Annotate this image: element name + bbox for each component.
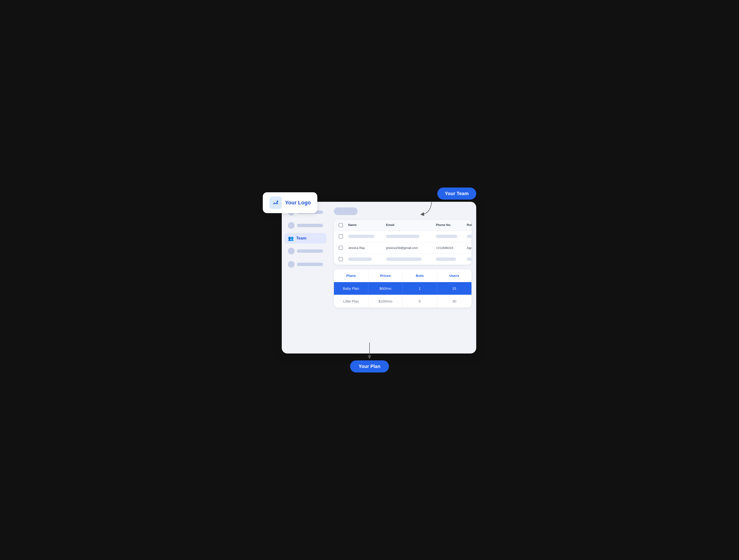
plans-row-baby[interactable]: Baby Plan $60/mo 1 15 <box>334 282 471 295</box>
sidebar-item-team[interactable]: 👥 Team <box>285 233 326 243</box>
row-placeholder-name-1 <box>348 235 374 238</box>
row-placeholder-email-3 <box>386 257 422 261</box>
row-placeholder-role-3 <box>467 257 471 261</box>
plans-cell-baby-price: $60/mo <box>368 282 403 295</box>
row-checkbox-3[interactable] <box>339 257 343 261</box>
plans-cell-little-users: 30 <box>437 295 471 308</box>
plans-header-prices: Prices <box>368 269 403 282</box>
row-placeholder-email-1 <box>386 235 419 238</box>
cell-phone-jessica: +211846315 <box>436 246 467 250</box>
sidebar-bar-3 <box>297 249 323 253</box>
plans-cell-baby-users: 15 <box>437 282 471 295</box>
your-plan-bubble[interactable]: Your Plan <box>350 360 389 372</box>
plans-table-header: Plans Prices Bots Users <box>334 269 471 282</box>
plans-cell-baby-plan: Baby Plan <box>334 282 368 295</box>
your-team-bubble[interactable]: Your Team <box>437 188 476 200</box>
team-icon: 👥 <box>288 235 294 241</box>
header-checkbox[interactable] <box>339 223 343 227</box>
header-phone: Phone No. <box>436 223 467 227</box>
row-checkbox-cell-3 <box>339 257 348 261</box>
svg-point-1 <box>277 201 278 202</box>
row-placeholder-phone-1 <box>436 235 457 238</box>
topbar-pill <box>334 207 358 215</box>
row-placeholder-phone-3 <box>436 257 456 261</box>
plans-row-little[interactable]: Little Plan $100/mo 5 30 <box>334 295 471 308</box>
sidebar-bar-4 <box>297 263 323 266</box>
active-row-indicator <box>470 285 471 292</box>
app-window: 👥 Team <box>282 202 476 354</box>
sidebar: 👥 Team <box>282 202 329 354</box>
header-name: Name <box>348 223 386 227</box>
plans-header-users: Users <box>437 269 471 282</box>
cell-role-jessica: Agent <box>467 246 471 250</box>
header-role: Role <box>467 223 471 227</box>
team-table-card: Name Email Phone No. Role Status <box>334 220 471 264</box>
sidebar-item-placeholder-2 <box>285 220 326 231</box>
arrow-plan-icon <box>366 343 373 359</box>
row-checkbox-cell-2 <box>339 246 348 250</box>
row-placeholder-role-1 <box>467 235 471 238</box>
sidebar-bar-2 <box>297 224 323 227</box>
table-row <box>334 254 471 264</box>
logo-icon <box>269 197 282 209</box>
sidebar-dot-2 <box>288 222 295 229</box>
arrow-team-icon <box>417 199 436 218</box>
logo-text: Your Logo <box>285 200 311 206</box>
cell-email-jessica: jessica158@gmail.com <box>386 246 436 250</box>
plans-cell-little-bots: 5 <box>403 295 437 308</box>
header-checkbox-cell <box>339 223 348 227</box>
sidebar-dot-4 <box>288 261 295 268</box>
team-table-header: Name Email Phone No. Role Status <box>334 220 471 231</box>
plans-cell-little-price: $100/mo <box>368 295 403 308</box>
sidebar-item-placeholder-3 <box>285 245 326 257</box>
row-checkbox-1[interactable] <box>339 234 343 238</box>
scene: Your Team Your Logo <box>263 188 476 372</box>
logo-card: Your Logo <box>263 192 317 213</box>
plans-cell-baby-bots: 1 <box>403 282 437 295</box>
row-placeholder-name-3 <box>348 257 372 261</box>
svg-rect-0 <box>272 199 279 206</box>
header-email: Email <box>386 223 436 227</box>
row-checkbox-2[interactable] <box>339 246 343 250</box>
table-row <box>334 231 471 242</box>
plans-cell-little-plan: Little Plan <box>334 295 368 308</box>
cell-name-jessica: Jessica Ray <box>348 246 386 250</box>
sidebar-team-label: Team <box>296 236 306 241</box>
main-content: Name Email Phone No. Role Status <box>329 202 476 354</box>
plans-header-bots: Bots <box>403 269 437 282</box>
plans-table-card: Plans Prices Bots Users Baby Plan $60/mo… <box>334 269 471 308</box>
sidebar-dot-3 <box>288 248 295 254</box>
topbar <box>334 207 471 215</box>
sidebar-item-placeholder-4 <box>285 259 326 270</box>
table-row: Jessica Ray jessica158@gmail.com +211846… <box>334 242 471 254</box>
row-checkbox-cell-1 <box>339 234 348 238</box>
plans-header-plans: Plans <box>334 269 368 282</box>
